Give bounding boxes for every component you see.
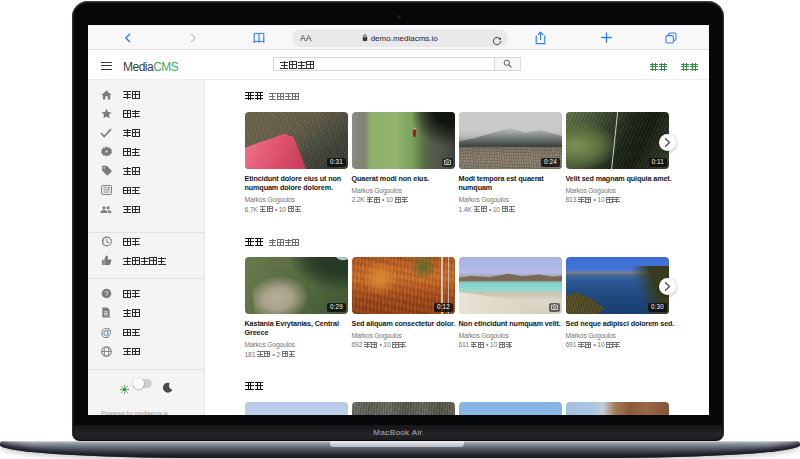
svg-text:?: ? [104,289,108,298]
